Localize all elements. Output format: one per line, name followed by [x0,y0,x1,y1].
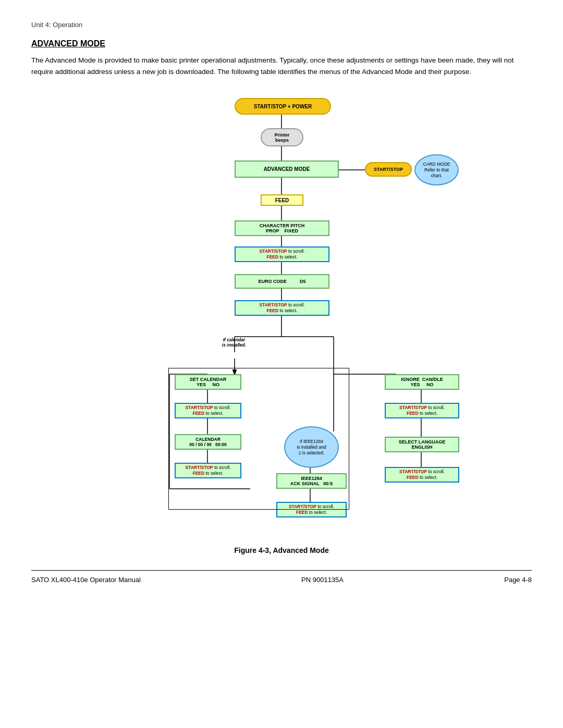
scroll-select-1-node: START/STOP to scroll.FEED to select. [235,246,329,262]
scroll-select-2-node: START/STOP to scroll.FEED to select. [235,300,329,316]
feed-node: FEED [261,194,303,206]
start-stop-node: START/STOP [365,162,412,177]
printer-beeps-node: Printerbeeps [261,128,303,146]
start-stop-power-node: START/STOP + POWER [235,98,331,115]
card-mode-node: CARD MODERefer to thatchart. [414,154,459,186]
euro-code-node: EURO CODE D5 [235,274,329,289]
footer: SATO XL400-410e Operator Manual PN 90011… [31,570,532,584]
section-body: The Advanced Mode is provided to make ba… [31,55,532,77]
left-branch-border [168,368,349,510]
if-calendar-node: If calendaris installed. [211,332,258,352]
footer-left: SATO XL400-410e Operator Manual [31,576,141,584]
scroll-select-6-node: START/STOP to scroll.FEED to select. [385,403,459,418]
footer-center: PN 9001135A [301,576,344,584]
section-title: ADVANCED MODE [31,39,532,48]
ignore-candle-node: IGNORE CAN/DLEYES NO [385,374,459,390]
footer-right: Page 4-8 [504,576,532,584]
scroll-select-7-node: START/STOP to scroll.FEED to select. [385,467,459,483]
select-language-node: SELECT LANGUAGEENGLISH [385,437,459,452]
header-unit: Unit 4: Operation [31,21,532,29]
diagram: START/STOP + POWER Printerbeeps ADVANCED… [73,93,490,536]
figure-caption: Figure 4-3, Advanced Mode [31,546,532,554]
advanced-mode-node: ADVANCED MODE [235,161,339,178]
char-pitch-node: CHARACTER PITCHPROP FIXED [235,220,329,236]
diagram-container: START/STOP + POWER Printerbeeps ADVANCED… [31,93,532,536]
